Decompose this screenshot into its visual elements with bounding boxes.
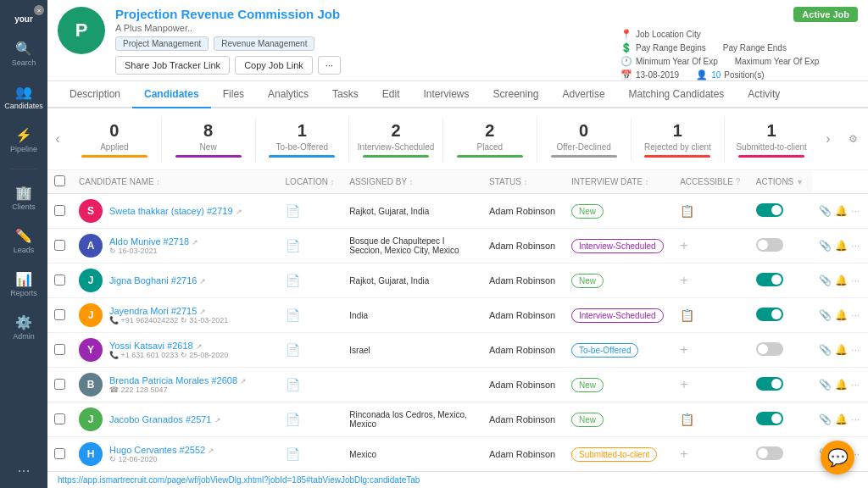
sidebar-item-admin[interactable]: ⚙️ Admin — [0, 309, 47, 346]
action-doc-icon[interactable]: 📎 — [819, 205, 832, 217]
action-doc-icon[interactable]: 📎 — [819, 413, 832, 425]
status-badge-2718[interactable]: Interview-Scheduled — [571, 239, 664, 253]
accessible-toggle-2716[interactable] — [756, 273, 783, 286]
stat-new[interactable]: 8 New — [162, 118, 256, 161]
row-checkbox-2608[interactable] — [54, 379, 65, 390]
add-date-icon[interactable]: + — [680, 238, 687, 252]
action-bell-icon[interactable]: 🔔 — [835, 205, 848, 217]
accessible-toggle-2571[interactable] — [756, 412, 783, 425]
close-icon[interactable]: × — [34, 5, 44, 15]
file-icon-2716[interactable]: 📄 — [286, 274, 300, 287]
action-doc-icon[interactable]: 📎 — [819, 379, 832, 391]
stats-next-button[interactable]: › — [818, 114, 838, 164]
stat-rejected[interactable]: 1 Rejected by client — [632, 118, 726, 161]
candidate-name-2571[interactable]: Jacobo Granados #2571 ↗ — [109, 414, 221, 424]
accessible-toggle-2719[interactable] — [756, 203, 783, 217]
status-badge-2716[interactable]: New — [571, 274, 604, 288]
status-badge-2715[interactable]: Interview-Scheduled — [571, 308, 664, 323]
action-bell-icon[interactable]: 🔔 — [835, 379, 848, 391]
action-more-icon[interactable]: ··· — [851, 240, 860, 252]
status-badge-2552[interactable]: Submitted-to-client — [571, 447, 657, 462]
file-icon-2718[interactable]: 📄 — [286, 239, 300, 252]
tab-screening[interactable]: Screening — [481, 81, 551, 108]
accessible-toggle-2608[interactable] — [756, 377, 783, 391]
action-bell-icon[interactable]: 🔔 — [835, 344, 848, 356]
tab-candidates[interactable]: Candidates — [132, 81, 211, 108]
interview-doc-icon[interactable]: 📋 — [680, 204, 694, 218]
sidebar-more-dots[interactable]: ··· — [17, 462, 30, 480]
tab-files[interactable]: Files — [211, 81, 256, 108]
candidate-name-2715[interactable]: Jayendra Mori #2715 ↗ — [109, 306, 228, 316]
accessible-help-icon[interactable]: ? — [736, 177, 741, 186]
add-date-icon[interactable]: + — [680, 342, 687, 357]
action-bell-icon[interactable]: 🔔 — [835, 413, 848, 425]
sidebar-item-clients[interactable]: 🏢 Clients — [0, 180, 47, 216]
stat-to-be-offered[interactable]: 1 To-be-Offered — [256, 118, 350, 161]
status-badge-2608[interactable]: New — [571, 378, 604, 392]
accessible-toggle-2552[interactable] — [756, 446, 783, 460]
settings-icon[interactable]: ⚙ — [838, 133, 868, 145]
action-doc-icon[interactable]: 📎 — [819, 309, 832, 321]
candidate-name-2552[interactable]: Hugo Cervantes #2552 ↗ — [109, 445, 214, 455]
row-checkbox-2571[interactable] — [54, 413, 65, 424]
stat-applied[interactable]: 0 Applied — [68, 118, 162, 161]
stat-submitted[interactable]: 1 Submitted-to-client — [725, 118, 818, 161]
candidate-name-2608[interactable]: Brenda Patricia Morales #2608 ↗ — [109, 375, 247, 385]
select-all-checkbox[interactable] — [54, 175, 65, 186]
file-icon-2618[interactable]: 📄 — [286, 343, 300, 357]
action-more-icon[interactable]: ··· — [851, 344, 860, 356]
file-icon-2608[interactable]: 📄 — [286, 378, 300, 391]
ext-link-icon[interactable]: ↗ — [208, 446, 214, 455]
action-more-icon[interactable]: ··· — [851, 205, 860, 217]
row-checkbox-2618[interactable] — [54, 344, 65, 355]
tab-advertise[interactable]: Advertise — [551, 81, 617, 108]
ext-link-icon[interactable]: ↗ — [196, 342, 203, 351]
action-bell-icon[interactable]: 🔔 — [835, 274, 848, 286]
action-doc-icon[interactable]: 📎 — [819, 240, 832, 252]
copy-job-link-button[interactable]: Copy Job Link — [235, 56, 313, 75]
tab-matching[interactable]: Matching Candidates — [617, 81, 737, 108]
candidate-name-2716[interactable]: Jigna Boghani #2716 ↗ — [109, 275, 206, 286]
ext-link-icon[interactable]: ↗ — [199, 308, 206, 316]
accessible-toggle-2618[interactable] — [756, 342, 783, 356]
sidebar-item-search[interactable]: 🔍 Search — [0, 36, 47, 72]
stat-placed[interactable]: 2 Placed — [443, 118, 537, 161]
stat-interview-scheduled[interactable]: 2 Interview-Scheduled — [349, 118, 443, 161]
sidebar-item-reports[interactable]: 📊 Reports — [0, 266, 47, 302]
sidebar-item-pipeline[interactable]: ⚡ Pipeline — [0, 122, 47, 158]
interview-doc-icon[interactable]: 📋 — [680, 308, 694, 322]
candidate-name-2719[interactable]: Sweta thakkar (stacey) #2719 ↗ — [109, 206, 242, 216]
action-more-icon[interactable]: ··· — [851, 309, 860, 321]
sidebar-item-candidates[interactable]: 👥 Candidates — [0, 79, 47, 115]
tab-description[interactable]: Description — [58, 81, 132, 108]
action-doc-icon[interactable]: 📎 — [819, 344, 832, 356]
ext-link-icon[interactable]: ↗ — [236, 208, 242, 216]
action-doc-icon[interactable]: 📎 — [819, 274, 832, 286]
row-checkbox-2718[interactable] — [54, 240, 65, 251]
ext-link-icon[interactable]: ↗ — [192, 238, 198, 247]
ext-link-icon[interactable]: ↗ — [214, 416, 221, 424]
sidebar-item-leads[interactable]: ✏️ Leads — [0, 223, 47, 259]
action-more-icon[interactable]: ··· — [851, 274, 860, 286]
tab-activity[interactable]: Activity — [736, 81, 792, 108]
file-icon-2571[interactable]: 📄 — [286, 413, 300, 426]
positions-count[interactable]: 10 — [711, 70, 721, 80]
add-date-icon[interactable]: + — [680, 377, 687, 391]
interview-doc-icon[interactable]: 📋 — [680, 413, 694, 426]
tab-edit[interactable]: Edit — [370, 81, 412, 108]
row-checkbox-2716[interactable] — [54, 274, 65, 286]
stats-prev-button[interactable]: ‹ — [47, 114, 68, 164]
more-actions-button[interactable]: ··· — [318, 56, 341, 75]
stat-offer-declined[interactable]: 0 Offer-Declined — [537, 118, 632, 161]
action-bell-icon[interactable]: 🔔 — [835, 309, 848, 321]
share-job-tracker-button[interactable]: Share Job Tracker Link — [115, 56, 230, 75]
accessible-toggle-2718[interactable] — [756, 238, 783, 252]
accessible-toggle-2715[interactable] — [756, 308, 783, 321]
status-badge-2719[interactable]: New — [571, 204, 604, 219]
status-badge-2571[interactable]: New — [571, 413, 604, 427]
action-more-icon[interactable]: ··· — [851, 379, 860, 391]
action-more-icon[interactable]: ··· — [851, 413, 860, 425]
row-checkbox-2715[interactable] — [54, 309, 65, 320]
ext-link-icon[interactable]: ↗ — [240, 377, 247, 385]
file-icon-2552[interactable]: 📄 — [286, 447, 300, 461]
